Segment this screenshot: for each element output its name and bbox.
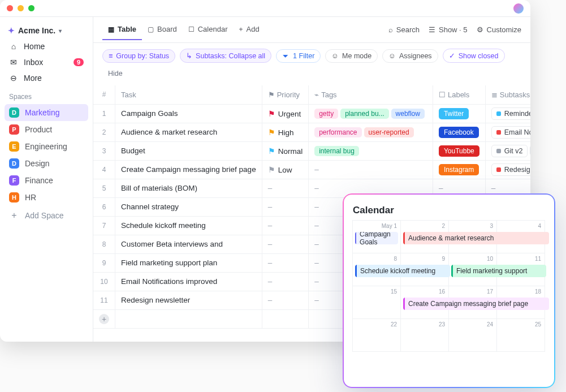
subtasks-cell[interactable]: Reminders for bbox=[485, 104, 530, 123]
view-tab-board[interactable]: ▢ Board bbox=[142, 19, 183, 40]
subtask-chip[interactable]: Email Notificat bbox=[491, 126, 530, 139]
calendar-event[interactable]: Schedule kickoff meeting bbox=[355, 265, 450, 277]
subtask-chip[interactable]: Reminders for bbox=[491, 107, 530, 120]
priority-cell[interactable]: – bbox=[262, 235, 309, 253]
show-closed-chip[interactable]: ✓ Show closed bbox=[443, 49, 505, 63]
space-item-product[interactable]: P Product bbox=[5, 121, 88, 138]
table-row[interactable]: 1 Campaign Goals ⚑Urgent gettyplanned bu… bbox=[93, 104, 530, 123]
tags-cell[interactable]: gettyplanned bu...webflow bbox=[309, 104, 433, 123]
customize-button[interactable]: ⚙ Customize bbox=[477, 25, 521, 34]
tags-cell[interactable]: – bbox=[309, 160, 433, 179]
calendar-event[interactable]: Audience & market research bbox=[403, 232, 549, 244]
space-item-hr[interactable]: H HR bbox=[5, 189, 88, 206]
maximize-window-icon[interactable] bbox=[28, 5, 34, 11]
tag-chip[interactable]: performance bbox=[314, 127, 361, 137]
subtasks-cell[interactable]: Git v2+ bbox=[485, 141, 530, 160]
table-row[interactable]: 2 Audience & market research ⚑High perfo… bbox=[93, 123, 530, 141]
space-item-marketing[interactable]: D Marketing bbox=[5, 104, 88, 121]
space-item-finance[interactable]: F Finance bbox=[5, 172, 88, 189]
minimize-window-icon[interactable] bbox=[18, 5, 24, 11]
task-name[interactable]: Create Campaign messaging brief page bbox=[115, 160, 262, 179]
workspace-switcher[interactable]: ✦ Acme Inc. ▾ bbox=[5, 24, 88, 37]
space-item-design[interactable]: D Design bbox=[5, 155, 88, 172]
hide-button[interactable]: Hide bbox=[102, 67, 128, 80]
calendar-cell[interactable]: May 1 Campaign Goals bbox=[352, 220, 401, 253]
task-name[interactable]: Customer Beta interviews and bbox=[115, 235, 262, 253]
task-name[interactable]: Schedule kickoff meeting bbox=[115, 216, 262, 235]
subtasks-chip[interactable]: ↳ Subtasks: Collapse all bbox=[180, 49, 271, 63]
col-tags[interactable]: ⌁Tags bbox=[309, 85, 433, 104]
labels-cell[interactable]: Twitter bbox=[433, 104, 485, 123]
priority-cell[interactable]: – bbox=[262, 253, 309, 272]
label-pill[interactable]: Facebook bbox=[439, 127, 479, 138]
subtasks-cell[interactable]: Email Notificat bbox=[485, 123, 530, 141]
priority-cell[interactable]: – bbox=[262, 291, 309, 309]
table-row[interactable]: 3 Budget ⚑Normal internal bug YouTubbe G… bbox=[93, 141, 530, 160]
calendar-cell[interactable]: 10 Field marketing support bbox=[448, 253, 497, 286]
task-name[interactable]: Field marketing support plan bbox=[115, 253, 262, 272]
tag-chip[interactable]: getty bbox=[314, 109, 338, 119]
search-button[interactable]: ⌕ Search bbox=[388, 25, 420, 34]
col-labels[interactable]: ☐Labels bbox=[433, 85, 485, 104]
subtask-chip[interactable]: Redesign Chro bbox=[491, 163, 530, 176]
view-tab-calendar[interactable]: ☐ Calendar bbox=[183, 19, 234, 40]
task-name[interactable]: Audience & market research bbox=[115, 123, 262, 141]
subtasks-cell[interactable]: Redesign Chro bbox=[485, 160, 530, 179]
labels-cell[interactable]: Facebook bbox=[433, 123, 485, 141]
view-tab-table[interactable]: ▦ Table bbox=[102, 19, 142, 40]
calendar-cell[interactable]: 22 bbox=[352, 318, 401, 352]
view-tab-add[interactable]: + Add bbox=[233, 19, 265, 40]
task-name[interactable]: Redesign newsletter bbox=[115, 291, 262, 309]
group-by-chip[interactable]: ≡ Group by: Status bbox=[102, 49, 175, 63]
calendar-event[interactable]: Field marketing support bbox=[451, 265, 546, 277]
calendar-event[interactable]: Create Campaign messaging brief page bbox=[403, 298, 549, 310]
priority-cell[interactable]: – bbox=[262, 179, 309, 197]
label-pill[interactable]: Instagram bbox=[439, 164, 479, 175]
task-name[interactable]: Email Notifications improved bbox=[115, 272, 262, 291]
priority-cell[interactable]: ⚑Normal bbox=[262, 141, 309, 160]
task-name[interactable]: Campaign Goals bbox=[115, 104, 262, 123]
task-name[interactable]: Bill of materials (BOM) bbox=[115, 179, 262, 197]
calendar-cell[interactable]: 24 bbox=[448, 318, 497, 352]
calendar-cell[interactable]: 15 bbox=[352, 286, 401, 319]
subtask-chip[interactable]: Git v2 bbox=[491, 145, 528, 157]
user-avatar[interactable] bbox=[513, 3, 524, 14]
priority-cell[interactable]: ⚑Urgent bbox=[262, 104, 309, 123]
close-window-icon[interactable] bbox=[7, 5, 13, 11]
labels-cell[interactable]: Instagram bbox=[433, 160, 485, 179]
calendar-event[interactable]: Campaign Goals bbox=[355, 232, 398, 244]
add-space-button[interactable]: + Add Space bbox=[5, 207, 88, 224]
label-pill[interactable]: YouTubbe bbox=[439, 145, 479, 157]
add-subtask-button[interactable]: + bbox=[530, 145, 530, 156]
assignees-chip[interactable]: ☺ Assignees bbox=[382, 49, 438, 63]
tag-chip[interactable]: webflow bbox=[391, 109, 425, 119]
calendar-cell[interactable]: 25 bbox=[496, 318, 545, 352]
tags-cell[interactable]: internal bug bbox=[309, 141, 433, 160]
tag-chip[interactable]: internal bug bbox=[314, 146, 359, 156]
nav-item-more[interactable]: ⊖ More bbox=[5, 70, 88, 86]
col-index[interactable]: # bbox=[93, 85, 115, 104]
col-subtasks[interactable]: ≣Subtasks bbox=[485, 85, 530, 104]
calendar-cell[interactable]: 16 Create Campaign messaging brief page bbox=[400, 286, 449, 319]
filter-chip[interactable]: ⏷ 1 Filter bbox=[276, 49, 321, 63]
priority-cell[interactable]: ⚑High bbox=[262, 123, 309, 141]
priority-cell[interactable]: – bbox=[262, 272, 309, 291]
priority-cell[interactable]: – bbox=[262, 216, 309, 235]
task-name[interactable]: Channel strategy bbox=[115, 197, 262, 216]
priority-cell[interactable]: – bbox=[262, 197, 309, 216]
priority-cell[interactable]: ⚑Low bbox=[262, 160, 309, 179]
calendar-cell[interactable]: 2 Audience & market research bbox=[400, 220, 449, 253]
me-mode-chip[interactable]: ☺ Me mode bbox=[325, 49, 378, 63]
calendar-cell[interactable]: 23 bbox=[400, 318, 449, 352]
labels-cell[interactable]: YouTubbe bbox=[433, 141, 485, 160]
show-button[interactable]: ☰ Show · 5 bbox=[429, 25, 468, 34]
task-name[interactable]: Budget bbox=[115, 141, 262, 160]
col-priority[interactable]: ⚑Priority bbox=[262, 85, 309, 104]
space-item-engineering[interactable]: E Engineering bbox=[5, 138, 88, 155]
table-row[interactable]: 4 Create Campaign messaging brief page ⚑… bbox=[93, 160, 530, 179]
col-task[interactable]: Task bbox=[115, 85, 262, 104]
tag-chip[interactable]: user-reported bbox=[364, 127, 414, 137]
tags-cell[interactable]: performanceuser-reported bbox=[309, 123, 433, 141]
nav-item-home[interactable]: ⌂ Home bbox=[5, 38, 88, 54]
calendar-cell[interactable]: 8 Schedule kickoff meeting bbox=[352, 253, 401, 286]
